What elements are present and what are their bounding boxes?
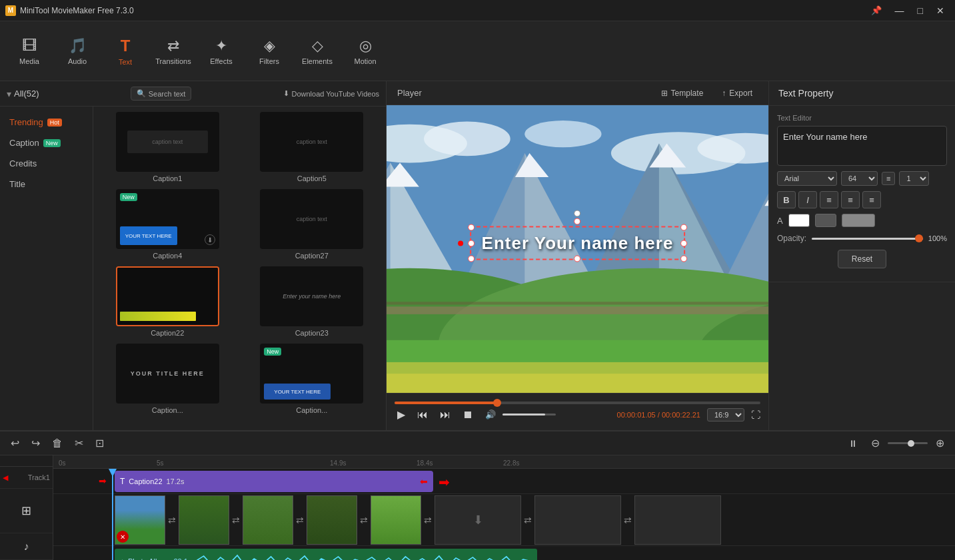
skip-forward-button[interactable]: ⏭ xyxy=(437,408,453,422)
size-select[interactable]: 64 xyxy=(841,171,878,186)
reset-button[interactable]: Reset xyxy=(838,250,886,268)
split-icon[interactable]: ⏸ xyxy=(844,435,862,451)
sidebar-item-credits[interactable]: Credits xyxy=(0,153,93,174)
list-item[interactable]: YOUR TITLE HERE Caption... xyxy=(99,344,237,414)
resize-handle-mr[interactable] xyxy=(680,240,687,246)
list-item[interactable]: caption text Caption5 xyxy=(243,112,381,182)
right-panel: Text Property Text Editor Enter Your nam… xyxy=(768,81,955,430)
caption-track-row: ➡ T Caption22 17.2s ⬅ ➡ xyxy=(53,469,955,494)
new-badge2: New xyxy=(264,348,281,356)
empty-slot-3[interactable] xyxy=(634,495,721,545)
num-select[interactable]: 1 xyxy=(899,171,929,186)
crop-button[interactable]: ⊡ xyxy=(91,434,108,452)
tl-toolbar-right: ⏸ ⊖ ⊕ xyxy=(844,434,948,452)
svg-rect-25 xyxy=(387,374,768,393)
resize-handle-tm[interactable] xyxy=(574,218,580,225)
tool-media[interactable]: 🎞 Media xyxy=(7,25,52,78)
list-item[interactable]: caption text Caption1 xyxy=(99,112,237,182)
photo-thumb-4[interactable] xyxy=(307,495,357,545)
italic-button[interactable]: I xyxy=(798,191,817,208)
pin-button[interactable]: 📌 xyxy=(866,3,887,19)
bold-button[interactable]: B xyxy=(777,191,796,208)
cut-button[interactable]: ✂ xyxy=(71,434,87,452)
resize-handle-tl[interactable] xyxy=(468,224,475,231)
text-selection-overlay[interactable]: Enter Your name here xyxy=(470,226,686,260)
align-center-button[interactable]: ≡ xyxy=(841,191,860,208)
fullscreen-button[interactable]: ⛶ xyxy=(751,410,760,420)
zoom-out-button[interactable]: ⊖ xyxy=(867,434,884,452)
background-color-swatch[interactable] xyxy=(815,214,836,227)
resize-handle-tr[interactable] xyxy=(680,224,687,231)
rotate-handle[interactable] xyxy=(574,210,580,217)
resize-handle-bm[interactable] xyxy=(574,256,580,262)
play-button[interactable]: ▶ xyxy=(395,407,408,422)
music-note-icon: ♪ xyxy=(24,541,29,553)
empty-slot-1[interactable]: ⬇ xyxy=(435,495,521,545)
opacity-slider[interactable] xyxy=(812,238,923,240)
youtube-download[interactable]: ⬇ Download YouTube Videos xyxy=(283,89,380,98)
sidebar-item-title[interactable]: Title xyxy=(0,174,93,194)
skip-back-button[interactable]: ⏮ xyxy=(415,408,431,422)
redo-button[interactable]: ↪ xyxy=(27,434,44,452)
delete-button[interactable]: 🗑 xyxy=(48,434,67,452)
list-item[interactable]: New YOUR TEXT HERE ⬇ Caption4 xyxy=(99,189,237,260)
list-item[interactable]: New YOUR TEXT HERE Caption... xyxy=(243,344,381,414)
minimize-button[interactable]: — xyxy=(890,3,910,19)
remove-photo-btn[interactable]: ✕ xyxy=(117,531,129,543)
volume-button[interactable]: 🔊 xyxy=(482,408,498,421)
empty-slot-2[interactable] xyxy=(534,495,621,545)
font-select[interactable]: Arial xyxy=(777,171,837,186)
undo-button[interactable]: ↩ xyxy=(7,434,23,452)
search-box[interactable]: 🔍 Search text xyxy=(131,87,192,101)
photo-thumb-5[interactable] xyxy=(371,495,421,545)
caption-track-block[interactable]: T Caption22 17.2s ⬅ xyxy=(115,471,433,492)
photo-thumb-2[interactable] xyxy=(179,495,229,545)
caption4-label: Caption4 xyxy=(153,252,182,260)
ruler: 0s 5s 14.9s 18.4s 22.8s xyxy=(53,455,955,469)
extra2-label: Caption... xyxy=(296,406,327,414)
align-right-button[interactable]: ≡ xyxy=(862,191,881,208)
photo-thumb-3[interactable] xyxy=(243,495,293,545)
extra1-label: Caption... xyxy=(152,406,183,414)
tool-motion[interactable]: ◎ Motion xyxy=(343,25,388,78)
text-color-swatch[interactable] xyxy=(788,214,810,227)
sidebar-item-trending[interactable]: Trending Hot xyxy=(0,112,93,133)
caption1-label: Caption1 xyxy=(153,174,182,182)
resize-handle-ml[interactable] xyxy=(468,240,475,246)
caption5-label: Caption5 xyxy=(297,174,327,182)
text-editor-box[interactable]: Enter Your name here xyxy=(777,126,947,166)
list-item[interactable]: Caption22 xyxy=(99,266,237,337)
tool-filters[interactable]: ◈ Filters xyxy=(247,25,292,78)
download-icon: ⬇ xyxy=(283,89,289,98)
resize-handle-bl[interactable] xyxy=(468,256,475,262)
stroke-color-swatch[interactable] xyxy=(842,214,875,227)
sidebar-item-caption[interactable]: Caption New xyxy=(0,133,93,153)
export-label: Export xyxy=(729,89,752,98)
progress-bar[interactable] xyxy=(395,402,760,404)
zoom-in-button[interactable]: ⊕ xyxy=(932,434,948,452)
list-item[interactable]: caption text Caption27 xyxy=(243,189,381,260)
stop-button[interactable]: ⏹ xyxy=(460,408,476,422)
aspect-select[interactable]: 16:9 9:16 1:1 xyxy=(707,408,744,421)
maximize-button[interactable]: □ xyxy=(912,3,928,19)
photo-strip: ✕ ⇄ ⇄ ⇄ ⇄ ⇄ xyxy=(115,495,721,545)
all-label: All(52) xyxy=(14,89,39,99)
export-button[interactable]: ↑ Export xyxy=(716,86,758,101)
photo-thumb-1[interactable]: ✕ xyxy=(115,495,165,545)
zoom-slider[interactable] xyxy=(888,442,928,444)
tool-text[interactable]: T Text xyxy=(103,25,148,78)
tool-audio[interactable]: 🎵 Audio xyxy=(55,25,100,78)
list-button[interactable]: ≡ xyxy=(882,172,895,185)
align-left-button[interactable]: ≡ xyxy=(820,191,838,208)
audio-track-block[interactable]: ♪ Photo Album 22.1s xyxy=(115,549,537,560)
resize-handle-br[interactable] xyxy=(680,256,687,262)
tool-effects[interactable]: ✦ Effects xyxy=(199,25,244,78)
close-button[interactable]: ✕ xyxy=(931,3,950,19)
tool-elements[interactable]: ◇ Elements xyxy=(295,25,340,78)
list-item[interactable]: Enter your name here Caption23 xyxy=(243,266,381,337)
titlebar: M MiniTool MovieMaker Free 7.3.0 📌 — □ ✕ xyxy=(0,0,955,21)
template-button[interactable]: ⊞ Template xyxy=(656,86,709,101)
trans-arrow-3: ⇄ xyxy=(293,495,307,545)
tool-transitions[interactable]: ⇄ Transitions xyxy=(151,25,196,78)
volume-bar[interactable] xyxy=(502,414,556,416)
